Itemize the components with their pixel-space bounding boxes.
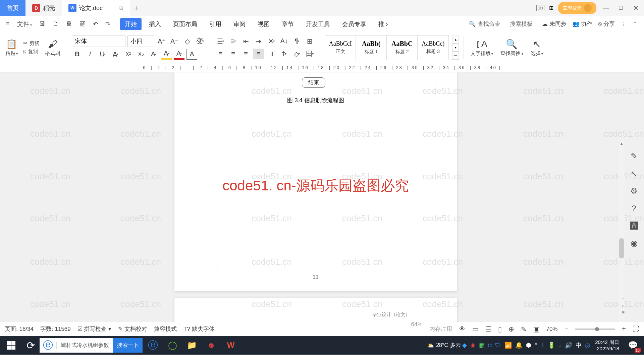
tray-icon[interactable]: ▦ xyxy=(479,342,485,349)
style-expand-icon[interactable]: ⋯ xyxy=(452,52,459,60)
menu-vip[interactable]: 会员专享 xyxy=(337,18,371,30)
zoom-in-icon[interactable]: + xyxy=(622,325,626,333)
save-as-icon[interactable]: 🗋 xyxy=(50,19,61,29)
menu-chapter[interactable]: 章节 xyxy=(277,18,299,30)
explorer-icon[interactable]: 📁 xyxy=(183,337,201,354)
align-justify-button[interactable]: ≡ xyxy=(253,49,264,59)
tab-button[interactable]: ⊞ xyxy=(304,36,315,47)
annotation-icon[interactable]: ✎ xyxy=(521,325,527,333)
page-view-icon[interactable]: ▭ xyxy=(472,325,479,333)
command-search[interactable]: 🔍 xyxy=(469,21,540,27)
find-replace-button[interactable]: 🔍 查找替换 ▾ xyxy=(498,39,525,57)
clear-format-icon[interactable]: ◇ xyxy=(182,36,193,47)
font-family-select[interactable] xyxy=(72,36,125,47)
browser-icon[interactable]: ◯ xyxy=(163,337,181,354)
menu-layout[interactable]: 页面布局 xyxy=(168,18,202,30)
italic-button[interactable]: I xyxy=(85,49,95,60)
sync-status[interactable]: ☁ 未同步 xyxy=(542,20,567,28)
style-up-icon[interactable]: ▴ xyxy=(452,36,459,44)
menu-dev[interactable]: 开发工具 xyxy=(301,18,335,30)
preview-icon[interactable]: 🗟 xyxy=(77,19,88,29)
more-icon[interactable]: ⋮ xyxy=(621,20,627,27)
scrollbar-thumb[interactable] xyxy=(619,238,624,258)
menu-insert[interactable]: 插入 xyxy=(144,18,166,30)
tray-bell-icon[interactable]: 🔔 xyxy=(515,342,523,349)
menu-recommend[interactable]: 推 › xyxy=(374,18,393,30)
highlight-button[interactable]: A▾ xyxy=(161,49,172,60)
word-count[interactable]: 字数: 11569 xyxy=(40,325,71,333)
pointer-icon[interactable]: ↖ xyxy=(631,169,637,178)
style-gallery[interactable]: AaBbCcI正文 AaBb(标题 1 AaBbC标题 2 AaBbCc)标题 … xyxy=(325,35,449,60)
tray-speaker-icon[interactable]: 🔊 xyxy=(565,342,572,349)
tray-chevron-icon[interactable]: ^ xyxy=(535,342,537,349)
cut-button[interactable]: ✂ 剪切 xyxy=(23,40,40,47)
style-h2[interactable]: AaBbC标题 2 xyxy=(387,36,418,60)
tab-document[interactable]: W 论文.doc ⧉ xyxy=(62,0,130,16)
line-spacing-button[interactable]: ‡▾ xyxy=(279,49,289,59)
bullet-list-button[interactable]: ☰▾ xyxy=(215,36,226,47)
menu-start[interactable]: 开始 xyxy=(120,18,142,30)
fullscreen-icon[interactable]: ⛶ xyxy=(633,325,639,333)
weather-widget[interactable]: ⛅ 28°C 多云 xyxy=(427,342,461,349)
collab-button[interactable]: 👥 协作 xyxy=(573,20,593,28)
sliders-icon[interactable]: ⚙ xyxy=(630,186,638,196)
copy-button[interactable]: ⎘ 复制 xyxy=(23,49,40,55)
zoom-level[interactable]: 70% xyxy=(546,326,558,333)
start-button[interactable] xyxy=(2,337,20,354)
tray-icon[interactable]: ◆ xyxy=(462,342,467,349)
vertical-scrollbar[interactable]: ▴ ▾ xyxy=(619,141,625,322)
zoom-out-icon[interactable]: − xyxy=(565,325,569,333)
menu-ref[interactable]: 引用 xyxy=(205,18,226,30)
undo-icon[interactable]: ↶ xyxy=(90,19,101,29)
strike-button[interactable]: A̶▾ xyxy=(110,49,121,60)
distribute-button[interactable]: ⫼ xyxy=(266,49,277,59)
font-color-button[interactable]: A▾ xyxy=(174,49,184,60)
align-left-button[interactable]: ≡ xyxy=(215,49,226,59)
underline-button[interactable]: U▾ xyxy=(97,49,108,60)
login-button[interactable]: 立即登录 xyxy=(558,2,596,14)
show-marks-button[interactable]: ¶▾ xyxy=(291,36,302,47)
style-down-icon[interactable]: ▾ xyxy=(452,44,459,52)
align-right-button[interactable]: ≡ xyxy=(240,49,251,59)
search-go-button[interactable]: 搜索一下 xyxy=(113,338,143,353)
layout-icon[interactable]: 1□ xyxy=(536,5,544,11)
borders-button[interactable]: 田▾ xyxy=(304,49,315,59)
template-search-input[interactable] xyxy=(510,21,540,27)
sort-button[interactable]: A↓ xyxy=(279,36,289,47)
text-effect-button[interactable]: A▾ xyxy=(148,49,159,60)
page-indicator[interactable]: 页面: 16/34 xyxy=(5,325,34,333)
page-indicator-icon[interactable]: ○ xyxy=(622,303,625,308)
minimize-button[interactable]: — xyxy=(601,4,611,11)
tray-battery-icon[interactable]: 🔋 xyxy=(548,342,555,349)
tray-icon[interactable]: ↓ xyxy=(558,342,561,349)
text-layout-button[interactable]: ⫿A 文字排版 ▾ xyxy=(469,39,495,57)
pencil-icon[interactable]: ✎ xyxy=(631,152,637,161)
translate-icon[interactable]: 🅰 xyxy=(630,221,638,231)
increase-font-icon[interactable]: A⁺ xyxy=(156,36,167,47)
subscript-button[interactable]: X₂ xyxy=(136,49,146,60)
zoom-slider[interactable] xyxy=(575,328,615,330)
file-menu[interactable]: 文件 ▾ xyxy=(14,19,35,29)
tray-security-icon[interactable]: 🛡 xyxy=(495,342,501,349)
tray-wifi-icon[interactable]: 📶 xyxy=(504,342,512,349)
number-list-button[interactable]: ≡▾ xyxy=(228,36,238,47)
style-body[interactable]: AaBbCcI正文 xyxy=(325,36,356,60)
taskbar-search[interactable]: ⓔ 螺杆式冷水机组参数 搜索一下 xyxy=(40,338,143,353)
tray-icon[interactable]: ◎ xyxy=(585,342,590,349)
tab-popout-icon[interactable]: ⧉ xyxy=(119,4,123,11)
document-page[interactable]: 结束 图 3.4 信息删除流程图 code51. cn-源码乐园盗图必究 11 xyxy=(174,72,457,291)
help-icon[interactable]: ? xyxy=(632,204,636,213)
tray-icon[interactable]: ◉ xyxy=(470,342,476,349)
tray-icon[interactable]: ◘ xyxy=(488,342,492,349)
edge-icon[interactable]: ⓔ xyxy=(144,337,162,354)
font-size-select[interactable] xyxy=(127,36,154,47)
tab-home[interactable]: 首页 xyxy=(0,0,25,16)
spellcheck-toggle[interactable]: ☑ 拼写检查 ▾ xyxy=(77,325,111,333)
zoom-fit-icon[interactable]: ▣ xyxy=(533,325,540,333)
action-center-icon[interactable]: 💬13 xyxy=(624,337,642,354)
command-search-input[interactable] xyxy=(478,21,508,27)
hamburger-icon[interactable]: ≡ xyxy=(3,19,12,29)
document-page-next[interactable]: 毕业设计（论文） xyxy=(174,298,457,322)
missing-font[interactable]: T? 缺失字体 xyxy=(183,325,215,333)
wps-icon[interactable]: W xyxy=(222,337,240,354)
